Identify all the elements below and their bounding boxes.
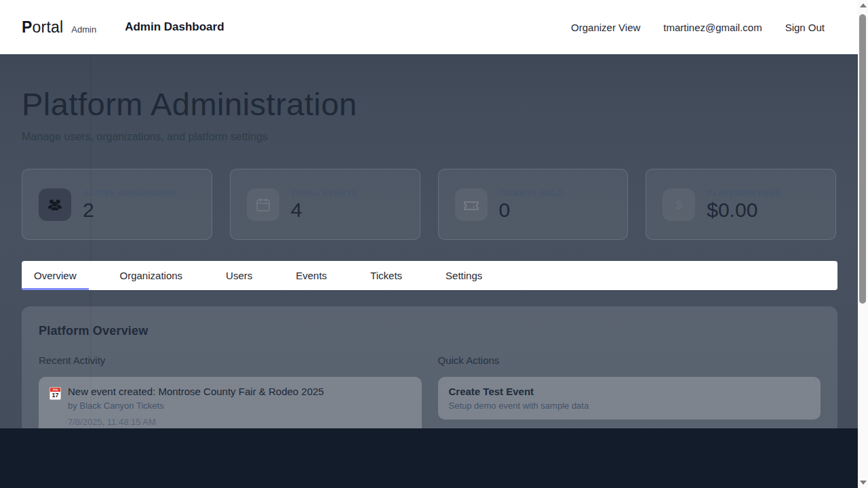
tab-tickets[interactable]: Tickets: [358, 261, 414, 290]
stat-label: TICKETS SOLD: [499, 188, 564, 198]
activity-organizer: by Black Canyon Tickets: [68, 401, 324, 411]
calendar-emoji-icon: July 17: [50, 387, 61, 400]
activity-row: July 17 New event created: Montrose Coun…: [50, 386, 411, 427]
stat-label: TOTAL EVENTS: [291, 188, 358, 198]
user-email: tmartinez@gmail.com: [663, 22, 762, 33]
main-content: Platform Administration Manage users, or…: [0, 54, 858, 449]
quick-actions-column: Quick Actions Create Test Event Setup de…: [438, 354, 821, 436]
quick-action-subtitle: Setup demo event with sample data: [449, 401, 810, 411]
tab-organizations[interactable]: Organizations: [108, 261, 195, 290]
stat-text: TICKETS SOLD 0: [499, 188, 564, 220]
stat-card-total-events: TOTAL EVENTS 4: [230, 169, 420, 240]
overview-title: Platform Overview: [39, 324, 821, 338]
stat-value: 0: [499, 200, 564, 220]
sign-out-button[interactable]: Sign Out: [785, 22, 825, 33]
cookie-consent-banner: i Cookie Preferences We use essential co…: [0, 428, 868, 488]
scroll-down-arrow-icon[interactable]: [860, 481, 867, 485]
stat-text: TOTAL EVENTS 4: [291, 188, 358, 220]
tab-events[interactable]: Events: [283, 261, 339, 290]
stat-value: 2: [83, 200, 177, 220]
stats-row: ACTIVE ORGANIZERS 2 TOTAL EVENTS 4: [22, 169, 836, 240]
admin-badge: Admin: [71, 24, 96, 35]
platform-overview-card: Platform Overview Recent Activity July 1…: [22, 306, 837, 449]
stat-label: PLATFORM FEES: [707, 188, 781, 198]
stat-card-tickets-sold: TICKETS SOLD 0: [438, 169, 629, 240]
scrollbar-thumb[interactable]: [859, 14, 866, 304]
stat-card-platform-fees: $ PLATFORM FEES $0.00: [646, 169, 836, 240]
hero-title: Platform Administration: [22, 85, 836, 123]
dollar-icon: $: [663, 188, 695, 221]
stat-card-active-organizers: ACTIVE ORGANIZERS 2: [22, 169, 212, 240]
svg-text:$: $: [676, 199, 683, 211]
activity-timestamp: 7/8/2025, 11:48:15 AM: [68, 417, 324, 427]
tab-overview[interactable]: Overview: [22, 261, 89, 290]
navbar-links: Organizer View tmartinez@gmail.com Sign …: [571, 22, 825, 33]
create-test-event-button[interactable]: Create Test Event Setup demo event with …: [438, 377, 821, 420]
page-title: Admin Dashboard: [125, 20, 224, 34]
activity-item: July 17 New event created: Montrose Coun…: [39, 377, 422, 436]
stat-label: ACTIVE ORGANIZERS: [83, 188, 177, 198]
recent-activity-heading: Recent Activity: [39, 354, 422, 366]
hero-subtitle: Manage users, organizations, and platfor…: [22, 131, 836, 143]
quick-action-title: Create Test Event: [449, 386, 810, 397]
logo-rest: ortal: [33, 18, 64, 36]
overview-columns: Recent Activity July 17 New event create…: [39, 354, 821, 436]
stat-value: $0.00: [707, 200, 781, 220]
activity-title: New event created: Montrose County Fair …: [68, 386, 324, 397]
activity-text: New event created: Montrose County Fair …: [68, 386, 324, 427]
quick-actions-heading: Quick Actions: [438, 354, 821, 366]
brand: Portal Admin: [22, 18, 96, 37]
portal-logo[interactable]: Portal: [22, 18, 63, 37]
admin-tab-strip: Overview Organizations Users Events Tick…: [22, 261, 837, 290]
vertical-scrollbar[interactable]: [858, 0, 868, 488]
stat-text: ACTIVE ORGANIZERS 2: [83, 188, 177, 220]
scroll-up-arrow-icon[interactable]: [860, 3, 867, 7]
calendar-day: 17: [50, 392, 60, 399]
tab-users[interactable]: Users: [214, 261, 264, 290]
top-navbar: Portal Admin Admin Dashboard Organizer V…: [0, 0, 868, 54]
stat-value: 4: [291, 200, 358, 220]
tab-settings[interactable]: Settings: [433, 261, 494, 290]
logo-letter-p: P: [22, 18, 33, 36]
users-group-icon: [39, 188, 71, 221]
stat-text: PLATFORM FEES $0.00: [707, 188, 781, 220]
calendar-icon: [247, 188, 279, 221]
recent-activity-column: Recent Activity July 17 New event create…: [39, 354, 422, 436]
organizer-view-link[interactable]: Organizer View: [571, 22, 640, 33]
ticket-icon: [455, 188, 488, 221]
